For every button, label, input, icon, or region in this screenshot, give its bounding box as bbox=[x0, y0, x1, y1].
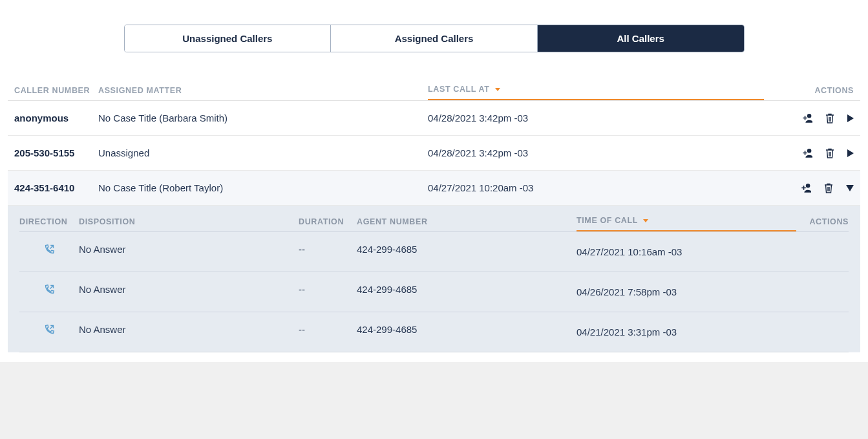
caller-tabs: Unassigned Callers Assigned Callers All … bbox=[124, 25, 745, 52]
subtable-headers: DIRECTION DISPOSITION DURATION AGENT NUM… bbox=[19, 216, 849, 232]
time-of-call: 04/21/2021 3:31pm -03 bbox=[577, 327, 796, 337]
assigned-matter: No Case Title (Robert Taylor) bbox=[98, 182, 428, 193]
sub-header-actions: ACTIONS bbox=[796, 217, 849, 231]
trash-icon[interactable] bbox=[825, 113, 834, 123]
assign-person-icon[interactable] bbox=[799, 183, 811, 193]
sort-indicator bbox=[577, 230, 796, 231]
tab-unassigned[interactable]: Unassigned Callers bbox=[125, 25, 332, 52]
sort-descending-icon bbox=[495, 88, 500, 91]
caller-number: 205-530-5155 bbox=[14, 147, 98, 158]
svg-point-1 bbox=[807, 149, 812, 153]
assign-person-icon[interactable] bbox=[801, 148, 812, 158]
sort-descending-icon bbox=[643, 219, 648, 222]
expand-right-icon[interactable] bbox=[847, 149, 854, 157]
disposition: No Answer bbox=[79, 324, 299, 340]
call-history-subtable: DIRECTION DISPOSITION DURATION AGENT NUM… bbox=[8, 206, 860, 352]
disposition: No Answer bbox=[79, 284, 299, 300]
outgoing-call-icon bbox=[44, 244, 55, 255]
sub-row: No Answer -- 424-299-4685 04/26/2021 7:5… bbox=[19, 272, 849, 312]
header-assigned-matter[interactable]: ASSIGNED MATTER bbox=[98, 86, 428, 100]
last-call-at: 04/28/2021 3:42pm -03 bbox=[428, 147, 764, 158]
agent-number: 424-299-4685 bbox=[357, 244, 577, 260]
disposition: No Answer bbox=[79, 244, 299, 260]
assign-person-icon[interactable] bbox=[801, 113, 812, 123]
last-call-at: 04/27/2021 10:20am -03 bbox=[428, 182, 764, 193]
duration: -- bbox=[299, 244, 357, 260]
sub-header-time-of-call[interactable]: TIME OF CALL bbox=[577, 216, 796, 231]
sub-row: No Answer -- 424-299-4685 04/21/2021 3:3… bbox=[19, 312, 849, 352]
outgoing-call-icon bbox=[44, 324, 55, 335]
svg-point-0 bbox=[807, 114, 812, 118]
sub-row: No Answer -- 424-299-4685 04/27/2021 10:… bbox=[19, 232, 849, 272]
sub-header-agent-number[interactable]: AGENT NUMBER bbox=[357, 217, 577, 231]
sub-header-direction[interactable]: DIRECTION bbox=[19, 217, 79, 231]
svg-point-2 bbox=[806, 184, 810, 188]
table-row: anonymous No Case Title (Barbara Smith) … bbox=[8, 101, 860, 136]
tab-assigned[interactable]: Assigned Callers bbox=[331, 25, 538, 52]
sub-header-disposition[interactable]: DISPOSITION bbox=[79, 217, 299, 231]
duration: -- bbox=[299, 324, 357, 340]
caller-number: 424-351-6410 bbox=[14, 182, 98, 193]
header-actions: ACTIONS bbox=[764, 86, 854, 100]
outgoing-call-icon bbox=[44, 284, 55, 295]
expand-right-icon[interactable] bbox=[847, 114, 854, 122]
sub-header-duration[interactable]: DURATION bbox=[299, 217, 357, 231]
header-last-call-at[interactable]: LAST CALL AT bbox=[428, 85, 764, 100]
agent-number: 424-299-4685 bbox=[357, 284, 577, 300]
last-call-at: 04/28/2021 3:42pm -03 bbox=[428, 112, 764, 123]
caller-number: anonymous bbox=[14, 112, 98, 123]
trash-icon[interactable] bbox=[824, 183, 833, 193]
header-last-call-at-label: LAST CALL AT bbox=[428, 85, 489, 94]
collapse-down-icon[interactable] bbox=[846, 185, 854, 191]
assigned-matter: Unassigned bbox=[98, 147, 428, 158]
table-row: 205-530-5155 Unassigned 04/28/2021 3:42p… bbox=[8, 136, 860, 171]
duration: -- bbox=[299, 284, 357, 300]
table-row: 424-351-6410 No Case Title (Robert Taylo… bbox=[8, 171, 860, 206]
header-caller-number[interactable]: CALLER NUMBER bbox=[14, 86, 98, 100]
sub-header-time-label: TIME OF CALL bbox=[577, 216, 638, 225]
table-headers: CALLER NUMBER ASSIGNED MATTER LAST CALL … bbox=[8, 85, 860, 101]
callers-page: Unassigned Callers Assigned Callers All … bbox=[0, 0, 868, 362]
agent-number: 424-299-4685 bbox=[357, 324, 577, 340]
sort-indicator bbox=[428, 99, 764, 100]
trash-icon[interactable] bbox=[825, 148, 834, 158]
time-of-call: 04/26/2021 7:58pm -03 bbox=[577, 286, 796, 297]
tab-all[interactable]: All Callers bbox=[538, 25, 744, 52]
time-of-call: 04/27/2021 10:16am -03 bbox=[577, 246, 796, 257]
assigned-matter: No Case Title (Barbara Smith) bbox=[98, 112, 428, 123]
